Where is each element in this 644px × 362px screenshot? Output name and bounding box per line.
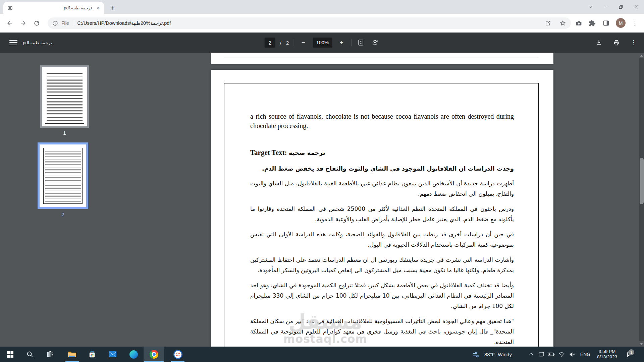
extensions-puzzle-icon[interactable]	[587, 18, 597, 28]
pdf-toolbar-right: ⋮	[594, 33, 639, 53]
pdf-title: ترجمة طبية.pdf	[23, 33, 52, 53]
pdf-toolbar: ترجمة طبية.pdf 2 / 2 − 100% +	[0, 33, 644, 53]
tray-battery-icon[interactable]	[546, 347, 556, 362]
download-icon[interactable]	[594, 38, 604, 47]
url-scheme-label: File	[61, 20, 69, 26]
mail-button[interactable]	[105, 347, 120, 362]
search-button[interactable]	[22, 347, 37, 362]
microsoft-store-button[interactable]	[85, 347, 99, 362]
notification-icon: 1	[626, 351, 634, 358]
tray-chevron-up-icon[interactable]	[526, 347, 536, 362]
page-1-border-line	[224, 58, 539, 58]
reload-button[interactable]	[32, 18, 42, 28]
page-2: a rich source of flavanols, chocolate is…	[211, 70, 553, 347]
window-controls	[582, 0, 644, 14]
page-total: 2	[286, 40, 289, 46]
bookmark-star-icon[interactable]	[559, 20, 566, 26]
viewer-scrollbar[interactable]	[639, 53, 644, 347]
pdf-app-icon	[173, 350, 182, 359]
thumbnail-2-content	[43, 148, 83, 204]
pdf-page-controls: 2 / 2 − 100% +	[265, 33, 380, 53]
zoom-level[interactable]: 100%	[313, 38, 332, 48]
tray-volume-icon[interactable]	[567, 347, 578, 362]
tab-search-chevron-icon[interactable]	[582, 0, 598, 14]
side-panel-icon[interactable]	[601, 18, 611, 28]
info-icon[interactable]	[52, 20, 58, 26]
pdf-menu-icon[interactable]	[9, 39, 17, 46]
pdf-more-icon[interactable]: ⋮	[629, 38, 639, 47]
chrome-icon	[150, 350, 158, 359]
english-paragraph: a rich source of flavanols, chocolate is…	[250, 83, 514, 130]
toolbar-divider	[351, 39, 351, 46]
clock[interactable]: 3:59 PM8/13/2023	[593, 347, 621, 362]
page-number-input[interactable]: 2	[265, 38, 275, 48]
scroll-down-icon[interactable]	[639, 341, 644, 347]
page-content: a rich source of flavanols, chocolate is…	[250, 83, 514, 347]
zoom-out-button[interactable]: −	[299, 38, 308, 47]
url-path: C:/Users/HP/Downloads/ترجمة%20طبية.pdf	[77, 20, 171, 26]
target-text-heading: Target Text: ترجمة صحية	[250, 148, 514, 157]
edge-icon	[129, 350, 138, 359]
scroll-up-icon[interactable]	[639, 53, 644, 58]
page-separator: /	[280, 40, 281, 46]
close-window-button[interactable]	[629, 0, 644, 14]
thumbnail-1-label: 1	[39, 130, 90, 136]
arabic-paragraph-4: وأشارت الدراسة التي نشرت في جريدة ساينتف…	[250, 255, 514, 276]
arabic-paragraph-2: ودرس باحثون في المملكة المتحدة النظم الغ…	[250, 204, 514, 225]
minimize-button[interactable]	[598, 0, 613, 14]
thumbnail-2-label: 2	[38, 212, 88, 217]
toolbar-divider	[293, 39, 294, 46]
browser-toolbar: File C:/Users/HP/Downloads/ترجمة%20طبية.…	[0, 14, 644, 33]
profile-avatar[interactable]: M	[616, 18, 626, 28]
clock-time: 3:59 PM	[597, 349, 617, 354]
tab-close-icon[interactable]: ✕	[95, 5, 101, 11]
arabic-paragraph-3: في حين أن دراسات أخرى قد ربطت بين الفلاف…	[250, 229, 514, 250]
rotate-icon[interactable]	[370, 38, 379, 47]
desktop-screen: ترجمة طبية.pdf ✕ +	[0, 0, 644, 362]
arabic-bold-lead: وجدت الدراسات ان الفلافانول الموجود في ا…	[250, 164, 514, 174]
restore-button[interactable]	[613, 0, 629, 14]
browser-tab-strip: ترجمة طبية.pdf ✕ +	[0, 0, 644, 14]
back-button[interactable]	[5, 18, 15, 28]
tray-wifi-icon[interactable]	[556, 347, 567, 362]
thumbnail-page-1[interactable]	[40, 65, 89, 128]
task-view-button[interactable]	[43, 347, 58, 362]
forward-button[interactable]	[18, 18, 28, 28]
notification-badge: 1	[628, 349, 635, 356]
arabic-paragraph-6: "هذا تحقيق مهم وعالي الجودة لبعض التأثير…	[250, 316, 514, 347]
print-icon[interactable]	[611, 38, 621, 47]
scrollbar-thumb[interactable]	[640, 158, 644, 204]
thumbnail-1-content	[45, 70, 84, 124]
page-1-bottom-edge	[211, 53, 553, 64]
fit-page-icon[interactable]	[356, 38, 365, 47]
start-button[interactable]	[3, 347, 17, 362]
arabic-paragraph-1: أظهرت دراسة جديدة أن الأشخاص الذين يتبعو…	[250, 178, 514, 199]
language-indicator[interactable]: ENG	[578, 347, 592, 362]
globe-favicon-icon	[7, 5, 13, 11]
tray-device-icon[interactable]	[536, 347, 546, 362]
arabic-paragraph-5: وأيضا قد تختلف كمية الفلافانول في بعض ال…	[250, 280, 514, 311]
share-icon[interactable]	[545, 20, 551, 26]
browser-menu-icon[interactable]: ⋮	[630, 18, 640, 28]
action-center-button[interactable]: 1	[623, 347, 637, 362]
edge-button[interactable]	[126, 347, 141, 362]
clock-date: 8/13/2023	[597, 354, 617, 360]
browser-tab-active[interactable]: ترجمة طبية.pdf ✕	[3, 2, 104, 14]
pdf-app-button[interactable]	[170, 347, 186, 362]
new-tab-button[interactable]: +	[108, 3, 117, 13]
pdf-viewer: 1 2 a rich source of flavanols, chocolat…	[0, 53, 644, 347]
address-bar[interactable]: File C:/Users/HP/Downloads/ترجمة%20طبية.…	[48, 17, 571, 29]
file-explorer-button[interactable]	[64, 347, 80, 362]
chrome-button-active[interactable]	[144, 347, 164, 362]
page-border-box: a rich source of flavanols, chocolate is…	[224, 83, 539, 347]
camera-icon[interactable]	[574, 18, 584, 28]
zoom-in-button[interactable]: +	[337, 38, 346, 47]
weather-wind-icon[interactable]	[470, 347, 483, 362]
url-divider	[74, 20, 74, 26]
weather-text[interactable]: 88°F Windy	[484, 347, 525, 362]
thumbnail-page-2-selected[interactable]	[38, 142, 88, 209]
taskbar: 88°F Windy ENG 3:59 PM8/13/2023 1	[0, 347, 644, 362]
tab-title: ترجمة طبية.pdf	[13, 5, 95, 10]
